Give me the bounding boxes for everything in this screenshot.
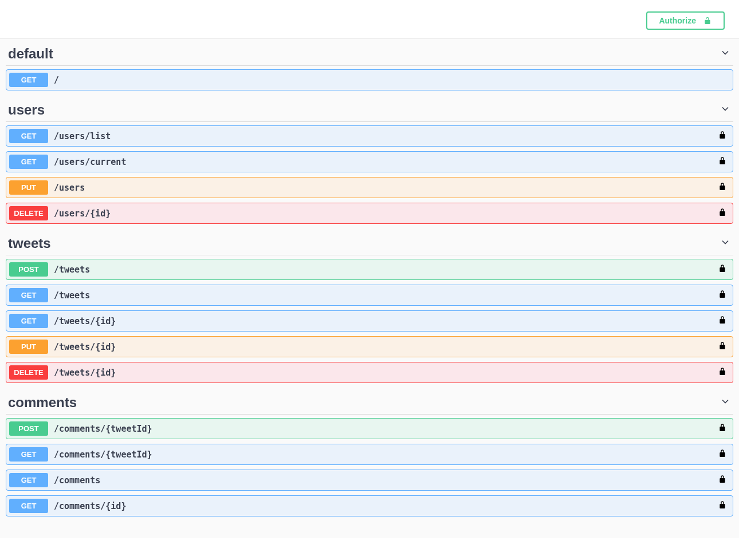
operation-path: /tweets/{id} <box>54 342 718 352</box>
lock-icon <box>718 475 727 484</box>
operation-row[interactable]: GET/tweets <box>6 285 733 306</box>
operation-path: /comments/{id} <box>54 501 718 511</box>
method-badge-put: PUT <box>9 340 48 354</box>
lock-icon <box>718 208 727 217</box>
section-title: default <box>8 46 53 62</box>
operation-path: /tweets <box>54 265 718 275</box>
section-header-tweets[interactable]: tweets <box>6 228 733 255</box>
operation-path: /comments/{tweetId} <box>54 424 718 434</box>
unlock-icon <box>703 16 712 25</box>
operation-path: /comments <box>54 475 718 486</box>
operation-row[interactable]: GET/users/current <box>6 151 733 172</box>
operation-lock[interactable] <box>718 131 727 142</box>
operation-path: /comments/{tweetId} <box>54 449 718 460</box>
lock-icon <box>718 131 727 140</box>
operation-path: / <box>54 75 727 85</box>
lock-icon <box>718 316 727 325</box>
operation-lock[interactable] <box>718 264 727 275</box>
authorize-button[interactable]: Authorize <box>646 11 725 30</box>
operation-lock[interactable] <box>718 290 727 301</box>
operation-row[interactable]: GET/tweets/{id} <box>6 310 733 332</box>
lock-icon <box>718 290 727 299</box>
operation-lock[interactable] <box>718 156 727 168</box>
operation-row[interactable]: DELETE/tweets/{id} <box>6 362 733 383</box>
section-toggle[interactable] <box>720 396 731 409</box>
section-toggle[interactable] <box>720 47 731 61</box>
method-badge-get: GET <box>9 155 48 169</box>
chevron-down-icon <box>720 236 731 248</box>
method-badge-get: GET <box>9 288 48 302</box>
operation-lock[interactable] <box>718 449 727 460</box>
operation-lock[interactable] <box>718 367 727 378</box>
operation-lock[interactable] <box>718 182 727 194</box>
operation-lock[interactable] <box>718 475 727 486</box>
operation-row[interactable]: GET/comments/{id} <box>6 495 733 516</box>
operation-lock[interactable] <box>718 316 727 327</box>
operation-lock[interactable] <box>718 423 727 435</box>
method-badge-post: POST <box>9 421 48 436</box>
method-badge-post: POST <box>9 262 48 277</box>
method-badge-get: GET <box>9 499 48 513</box>
method-badge-get: GET <box>9 473 48 487</box>
chevron-down-icon <box>720 47 731 58</box>
operation-path: /users/{id} <box>54 208 718 219</box>
operation-path: /tweets/{id} <box>54 316 718 326</box>
section-toggle[interactable] <box>720 103 731 117</box>
method-badge-put: PUT <box>9 180 48 195</box>
method-badge-get: GET <box>9 314 48 328</box>
method-badge-get: GET <box>9 73 48 87</box>
operation-row[interactable]: POST/tweets <box>6 259 733 280</box>
operation-row[interactable]: PUT/users <box>6 177 733 198</box>
method-badge-delete: DELETE <box>9 206 48 220</box>
section-title: tweets <box>8 235 51 251</box>
lock-icon <box>718 341 727 350</box>
operation-row[interactable]: DELETE/users/{id} <box>6 203 733 224</box>
lock-icon <box>718 182 727 191</box>
section-toggle[interactable] <box>720 236 731 250</box>
section-title: comments <box>8 395 77 411</box>
section-title: users <box>8 102 45 118</box>
top-bar: Authorize <box>0 0 739 39</box>
operation-lock[interactable] <box>718 341 727 353</box>
api-sections: defaultGET/usersGET/users/listGET/users/… <box>0 39 739 538</box>
operation-row[interactable]: POST/comments/{tweetId} <box>6 418 733 439</box>
lock-icon <box>718 264 727 273</box>
section-header-default[interactable]: default <box>6 39 733 66</box>
method-badge-delete: DELETE <box>9 365 48 380</box>
lock-icon <box>718 423 727 432</box>
operation-row[interactable]: GET/ <box>6 69 733 90</box>
lock-icon <box>718 367 727 376</box>
section-header-users[interactable]: users <box>6 95 733 122</box>
method-badge-get: GET <box>9 447 48 462</box>
chevron-down-icon <box>720 396 731 407</box>
lock-icon <box>718 156 727 165</box>
operation-path: /users/list <box>54 131 718 141</box>
method-badge-get: GET <box>9 129 48 143</box>
authorize-button-label: Authorize <box>659 16 696 25</box>
operation-path: /tweets <box>54 290 718 301</box>
operation-lock[interactable] <box>718 500 727 512</box>
operation-row[interactable]: GET/users/list <box>6 125 733 147</box>
operation-row[interactable]: PUT/tweets/{id} <box>6 336 733 357</box>
chevron-down-icon <box>720 103 731 115</box>
section-header-comments[interactable]: comments <box>6 388 733 415</box>
operation-row[interactable]: GET/comments/{tweetId} <box>6 444 733 465</box>
lock-icon <box>718 500 727 510</box>
operation-row[interactable]: GET/comments <box>6 470 733 491</box>
operation-path: /tweets/{id} <box>54 368 718 378</box>
lock-icon <box>718 449 727 458</box>
operation-path: /users/current <box>54 157 718 167</box>
operation-path: /users <box>54 183 718 193</box>
operation-lock[interactable] <box>718 208 727 219</box>
